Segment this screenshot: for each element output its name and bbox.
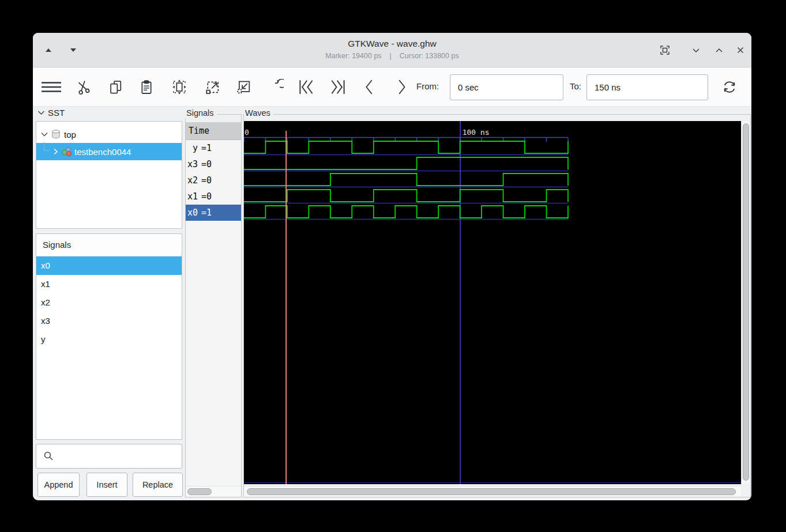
window-subtitle: Marker: 19400 ps|Cursor: 133800 ps — [33, 52, 751, 60]
zoom-fit-button[interactable] — [166, 74, 193, 100]
search-icon — [43, 451, 54, 462]
wave-canvas[interactable]: 0100 ns — [244, 121, 741, 484]
close-icon — [735, 45, 746, 55]
subtitle-separator: | — [390, 52, 392, 60]
signal-name-rows: y=1 x3=0 x2=0 x1=0 x0=1 — [186, 140, 241, 221]
list-item-x3[interactable]: x3 — [36, 312, 182, 330]
window-title: GTKWave - wave.ghw — [33, 39, 751, 49]
close-button[interactable] — [733, 43, 748, 58]
skip-to-start-button[interactable] — [293, 74, 319, 100]
marker-readout: Marker: 19400 ps — [325, 52, 381, 60]
tree-guide-line — [44, 142, 50, 151]
chevron-down-icon — [37, 110, 45, 115]
waves-scroll-thumb[interactable] — [247, 488, 736, 495]
wave-y — [244, 141, 568, 153]
database-icon — [51, 129, 61, 139]
wave-x3 — [244, 157, 568, 169]
step-forward-icon — [393, 78, 410, 96]
skip-to-end-icon — [329, 78, 347, 96]
reload-icon — [721, 78, 738, 96]
step-forward-button[interactable] — [388, 74, 415, 100]
reload-button[interactable] — [716, 74, 743, 100]
expander-down-icon — [41, 132, 48, 137]
toolbar: From: To: — [33, 68, 751, 107]
tree-item-testbench[interactable]: testbench0044 — [36, 143, 182, 160]
zoom-fit-icon — [171, 79, 187, 95]
skip-to-end-button[interactable] — [325, 74, 351, 100]
gtkwave-window: GTKWave - wave.ghw Marker: 19400 ps|Curs… — [33, 33, 751, 500]
replace-button[interactable]: Replace — [133, 473, 183, 497]
time-header[interactable]: Time — [186, 122, 241, 140]
copy-button[interactable] — [103, 74, 129, 100]
signal-row-x3[interactable]: x3=0 — [186, 156, 241, 172]
module-icon — [62, 147, 73, 157]
list-item-x1[interactable]: x1 — [36, 275, 182, 293]
undo-button[interactable] — [262, 74, 289, 100]
signal-list-panel: Signals x0 x1 x2 x3 y — [36, 233, 182, 440]
names-column-empty-area — [186, 221, 241, 486]
fullscreen-icon — [659, 44, 671, 56]
signal-row-x1[interactable]: x1=0 — [186, 188, 241, 205]
wave-x0 — [244, 206, 568, 218]
sst-expander[interactable]: SST — [37, 108, 65, 118]
menu-icon — [41, 80, 62, 94]
scrollbar-corner — [741, 486, 750, 497]
signals-frame-label: Signals — [185, 108, 217, 118]
skip-to-start-icon — [298, 78, 315, 96]
maximize-button[interactable] — [712, 43, 727, 58]
expander-right-icon — [53, 148, 58, 155]
tree-item-label: top — [64, 130, 76, 139]
waves-frame-label: Waves — [244, 108, 273, 118]
sst-tree: top testbench0044 — [36, 121, 182, 229]
timescale-major-label: 100 ns — [462, 128, 490, 137]
append-button[interactable]: Append — [37, 473, 80, 497]
titlebar[interactable]: GTKWave - wave.ghw Marker: 19400 ps|Curs… — [33, 33, 751, 67]
copy-icon — [108, 80, 123, 95]
signal-row-x0[interactable]: x0=1 — [186, 205, 241, 221]
sst-label: SST — [48, 108, 65, 118]
undo-icon — [268, 79, 284, 95]
zoom-in-icon — [236, 79, 252, 95]
chevron-up-icon — [714, 45, 724, 55]
list-item-x0[interactable]: x0 — [36, 256, 182, 275]
from-input[interactable] — [450, 74, 563, 100]
waves-vertical-scrollbar[interactable] — [741, 121, 750, 484]
signal-row-x2[interactable]: x2=0 — [186, 172, 241, 188]
tree-item-label: testbench0044 — [74, 147, 131, 157]
waveform-svg: 0100 ns — [244, 121, 741, 484]
chevron-down-icon — [691, 45, 701, 55]
to-input[interactable] — [586, 74, 708, 100]
cut-icon — [76, 80, 91, 95]
zoom-out-icon — [205, 79, 221, 95]
waves-vscroll-thumb[interactable] — [743, 123, 749, 481]
insert-button[interactable]: Insert — [87, 473, 127, 497]
menu-button[interactable] — [38, 74, 65, 100]
cursor-readout: Cursor: 133800 ps — [400, 52, 459, 60]
timescale-start-label: 0 — [245, 128, 249, 137]
step-back-button[interactable] — [356, 74, 383, 100]
tree-item-top[interactable]: top — [36, 126, 182, 143]
search-box[interactable] — [36, 444, 182, 469]
signal-list-header: Signals — [36, 234, 182, 256]
paste-button[interactable] — [133, 74, 160, 100]
fullscreen-button[interactable] — [657, 43, 672, 58]
minimize-button[interactable] — [689, 43, 704, 58]
wave-x2 — [244, 173, 568, 186]
signal-search-input[interactable] — [59, 444, 182, 468]
names-scroll-thumb[interactable] — [187, 488, 212, 495]
list-item-x2[interactable]: x2 — [36, 293, 182, 312]
wave-x1 — [244, 190, 568, 202]
list-item-y[interactable]: y — [36, 330, 182, 349]
step-back-icon — [361, 78, 378, 96]
zoom-out-button[interactable] — [200, 74, 226, 100]
signal-row-y[interactable]: y=1 — [186, 140, 241, 156]
zoom-in-button[interactable] — [231, 74, 257, 100]
names-horizontal-scrollbar[interactable] — [186, 486, 241, 497]
to-label: To: — [570, 81, 581, 91]
waves-horizontal-scrollbar[interactable] — [244, 486, 741, 497]
paste-icon — [139, 80, 154, 95]
cut-button[interactable] — [70, 74, 96, 100]
from-label: From: — [416, 81, 439, 91]
